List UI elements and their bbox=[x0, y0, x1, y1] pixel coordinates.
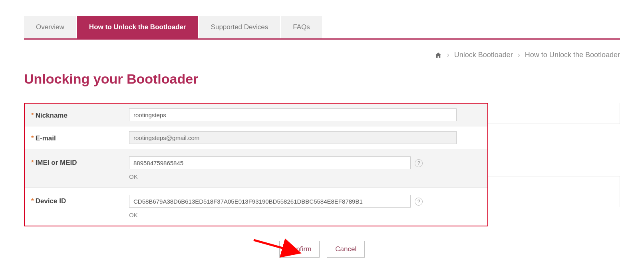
breadcrumb-sep-icon: › bbox=[447, 51, 449, 59]
imei-status: OK bbox=[129, 173, 481, 180]
deviceid-label: Device ID bbox=[36, 197, 66, 205]
tab-overview[interactable]: Overview bbox=[24, 16, 76, 38]
email-input bbox=[129, 131, 457, 144]
imei-input[interactable] bbox=[129, 156, 411, 169]
tab-supported-devices[interactable]: Supported Devices bbox=[199, 16, 280, 38]
cancel-button[interactable]: Cancel bbox=[327, 241, 365, 258]
side-panel bbox=[488, 103, 620, 226]
unlock-form: *Nickname *E-mail *IMEI or MEID ? bbox=[24, 103, 488, 226]
nickname-input[interactable] bbox=[129, 108, 457, 121]
tab-how-to-unlock[interactable]: How to Unlock the Bootloader bbox=[77, 16, 198, 38]
breadcrumb: › Unlock Bootloader › How to Unlock the … bbox=[24, 40, 620, 67]
deviceid-status: OK bbox=[129, 212, 481, 218]
imei-label: IMEI or MEID bbox=[36, 159, 77, 166]
breadcrumb-current: How to Unlock the Bootloader bbox=[525, 51, 620, 59]
breadcrumb-link[interactable]: Unlock Bootloader bbox=[454, 51, 513, 59]
page-title: Unlocking your Bootloader bbox=[24, 71, 620, 87]
email-label: E-mail bbox=[36, 134, 56, 142]
nickname-label: Nickname bbox=[36, 112, 68, 119]
breadcrumb-sep-icon: › bbox=[518, 51, 520, 59]
confirm-button[interactable]: Confirm bbox=[279, 241, 320, 258]
tab-faqs[interactable]: FAQs bbox=[281, 16, 322, 38]
home-icon[interactable] bbox=[434, 52, 442, 59]
deviceid-help-icon[interactable]: ? bbox=[415, 198, 423, 206]
deviceid-input[interactable] bbox=[129, 195, 411, 208]
tab-bar: Overview How to Unlock the Bootloader Su… bbox=[24, 16, 620, 40]
imei-help-icon[interactable]: ? bbox=[415, 159, 423, 167]
